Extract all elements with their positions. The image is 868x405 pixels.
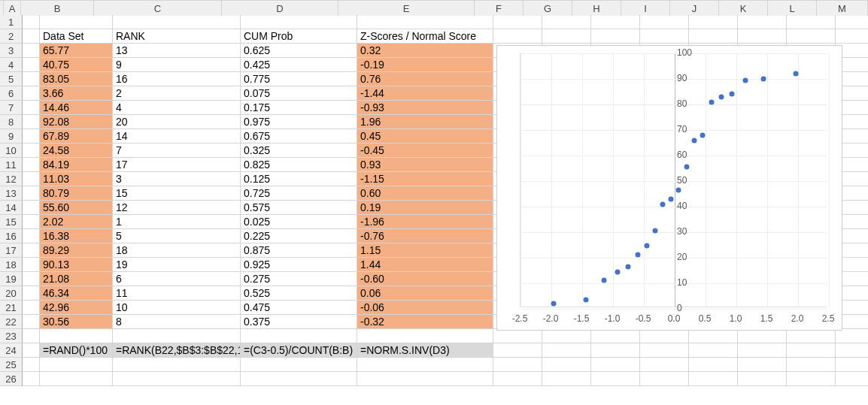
formula-cell-B[interactable]: =RAND()*100 xyxy=(40,343,113,358)
row-header-22[interactable]: 22 xyxy=(0,315,23,329)
data-cell[interactable]: 0.075 xyxy=(241,86,357,101)
data-cell[interactable]: 6 xyxy=(113,272,241,286)
data-cell[interactable]: 0.025 xyxy=(241,215,357,229)
data-cell[interactable]: 67.89 xyxy=(40,129,113,144)
data-cell[interactable]: -0.32 xyxy=(357,315,493,329)
header-cell-E[interactable]: Z-Scores / Normal Score xyxy=(357,29,493,44)
data-cell[interactable]: 1.15 xyxy=(357,243,493,258)
data-cell[interactable]: 0.60 xyxy=(357,186,493,201)
data-cell[interactable]: 0.175 xyxy=(241,101,357,115)
data-cell[interactable]: 46.34 xyxy=(40,286,113,301)
data-cell[interactable]: 0.475 xyxy=(241,301,357,315)
formula-cell-E[interactable]: =NORM.S.INV(D3) xyxy=(357,343,493,358)
data-cell[interactable]: 84.19 xyxy=(40,158,113,172)
row-header-5[interactable]: 5 xyxy=(0,72,23,86)
row-header-6[interactable]: 6 xyxy=(0,86,23,101)
row-header-20[interactable]: 20 xyxy=(0,286,23,301)
data-cell[interactable]: 0.875 xyxy=(241,243,357,258)
column-header-L[interactable]: L xyxy=(768,1,817,16)
column-header-I[interactable]: I xyxy=(621,1,670,16)
data-cell[interactable]: 16.38 xyxy=(40,229,113,243)
data-cell[interactable]: 8 xyxy=(113,315,241,329)
data-cell[interactable]: -1.96 xyxy=(357,215,493,229)
data-cell[interactable]: 0.775 xyxy=(241,72,357,86)
data-cell[interactable]: 18 xyxy=(113,243,241,258)
data-cell[interactable]: 3 xyxy=(113,172,241,186)
data-cell[interactable]: 0.32 xyxy=(357,44,493,58)
scatter-chart[interactable]: 1020304050607080901000 -2.5-2.0-1.5-1.0-… xyxy=(496,45,842,331)
column-header-J[interactable]: J xyxy=(670,1,719,16)
data-cell[interactable]: 65.77 xyxy=(40,44,113,58)
data-cell[interactable]: 0.76 xyxy=(357,72,493,86)
data-cell[interactable]: 0.275 xyxy=(241,272,357,286)
data-cell[interactable]: 17 xyxy=(113,158,241,172)
data-cell[interactable]: 0.375 xyxy=(241,315,357,329)
data-cell[interactable]: 42.96 xyxy=(40,301,113,315)
row-header-19[interactable]: 19 xyxy=(0,272,23,286)
data-cell[interactable]: 19 xyxy=(113,258,241,272)
column-header-G[interactable]: G xyxy=(524,1,572,16)
data-cell[interactable]: 0.325 xyxy=(241,144,357,158)
data-cell[interactable]: 83.05 xyxy=(40,72,113,86)
data-cell[interactable]: -0.06 xyxy=(357,301,493,315)
data-cell[interactable]: 0.93 xyxy=(357,158,493,172)
row-header-3[interactable]: 3 xyxy=(0,44,23,58)
header-cell-D[interactable]: CUM Prob xyxy=(241,29,357,44)
data-cell[interactable]: 3.66 xyxy=(40,86,113,101)
data-cell[interactable]: 1 xyxy=(113,215,241,229)
data-cell[interactable]: 20 xyxy=(113,115,241,129)
data-cell[interactable]: -1.44 xyxy=(357,86,493,101)
data-cell[interactable]: 0.06 xyxy=(357,286,493,301)
row-header-18[interactable]: 18 xyxy=(0,258,23,272)
row-header-12[interactable]: 12 xyxy=(0,172,23,186)
data-cell[interactable]: 0.225 xyxy=(241,229,357,243)
row-header-26[interactable]: 26 xyxy=(0,372,23,386)
data-cell[interactable]: -0.19 xyxy=(357,58,493,72)
row-header-24[interactable]: 24 xyxy=(0,343,23,358)
data-cell[interactable]: 14 xyxy=(113,129,241,144)
data-cell[interactable]: 24.58 xyxy=(40,144,113,158)
data-cell[interactable]: 16 xyxy=(113,72,241,86)
row-header-9[interactable]: 9 xyxy=(0,129,23,144)
column-header-C[interactable]: C xyxy=(94,1,222,16)
data-cell[interactable]: 80.79 xyxy=(40,186,113,201)
row-header-21[interactable]: 21 xyxy=(0,301,23,315)
data-cell[interactable]: 7 xyxy=(113,144,241,158)
data-cell[interactable]: 90.13 xyxy=(40,258,113,272)
row-header-1[interactable]: 1 xyxy=(0,15,23,29)
data-cell[interactable]: 2 xyxy=(113,86,241,101)
data-cell[interactable]: 0.925 xyxy=(241,258,357,272)
column-header-A[interactable]: A xyxy=(4,1,21,16)
data-cell[interactable]: 0.19 xyxy=(357,201,493,215)
row-header-25[interactable]: 25 xyxy=(0,358,23,372)
formula-cell-D[interactable]: =(C3-0.5)/COUNT(B:B) xyxy=(241,343,357,358)
row-header-7[interactable]: 7 xyxy=(0,101,23,115)
row-header-14[interactable]: 14 xyxy=(0,201,23,215)
row-header-15[interactable]: 15 xyxy=(0,215,23,229)
formula-cell-C[interactable]: =RANK(B22,$B$3:$B$22,1) xyxy=(113,343,241,358)
data-cell[interactable]: 12 xyxy=(113,201,241,215)
data-cell[interactable]: 11.03 xyxy=(40,172,113,186)
data-cell[interactable]: -0.93 xyxy=(357,101,493,115)
row-header-23[interactable]: 23 xyxy=(0,329,23,343)
row-header-16[interactable]: 16 xyxy=(0,229,23,243)
column-header-E[interactable]: E xyxy=(338,1,475,16)
row-header-10[interactable]: 10 xyxy=(0,144,23,158)
data-cell[interactable]: 9 xyxy=(113,58,241,72)
data-cell[interactable]: 0.45 xyxy=(357,129,493,144)
data-cell[interactable]: 89.29 xyxy=(40,243,113,258)
data-cell[interactable]: 0.725 xyxy=(241,186,357,201)
data-cell[interactable]: 14.46 xyxy=(40,101,113,115)
data-cell[interactable]: 10 xyxy=(113,301,241,315)
header-cell-B[interactable]: Data Set xyxy=(40,29,113,44)
data-cell[interactable]: -1.15 xyxy=(357,172,493,186)
data-cell[interactable]: 11 xyxy=(113,286,241,301)
data-cell[interactable]: 30.56 xyxy=(40,315,113,329)
data-cell[interactable]: 5 xyxy=(113,229,241,243)
row-header-13[interactable]: 13 xyxy=(0,186,23,201)
data-cell[interactable]: 4 xyxy=(113,101,241,115)
header-cell-C[interactable]: RANK xyxy=(113,29,241,44)
column-header-M[interactable]: M xyxy=(817,1,868,16)
data-cell[interactable]: 21.08 xyxy=(40,272,113,286)
column-header-B[interactable]: B xyxy=(21,1,94,16)
